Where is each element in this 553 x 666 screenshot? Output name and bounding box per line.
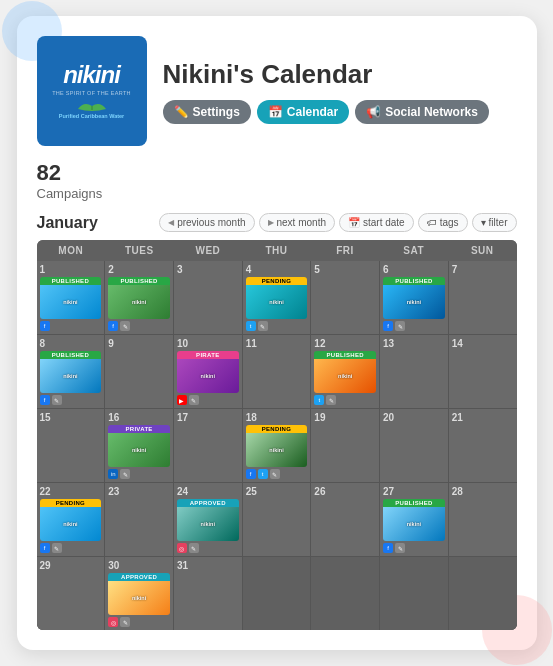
post-card[interactable]: publishednikini <box>40 351 102 393</box>
post-card[interactable]: approvednikini <box>177 499 239 541</box>
calendar-cell[interactable]: 20 <box>380 409 448 482</box>
calendar-cell[interactable]: 7 <box>449 261 517 334</box>
calendar-cell[interactable]: 12publishednikinit✎ <box>311 335 379 408</box>
post-card[interactable]: privatenikini <box>108 425 170 467</box>
edit-icon[interactable]: ✎ <box>395 543 405 553</box>
calendar-cell[interactable]: 11 <box>243 335 311 408</box>
edit-icon[interactable]: ✎ <box>120 321 130 331</box>
calendar-cell[interactable]: 1publishednikinif <box>37 261 105 334</box>
calendar-cell[interactable]: 5 <box>311 261 379 334</box>
post-title-text: nikini <box>62 372 78 380</box>
next-month-button[interactable]: ▶ next month <box>259 213 335 232</box>
post-social-icons: in✎ <box>108 469 170 479</box>
cell-date: 23 <box>108 486 170 497</box>
calendar-cell[interactable]: 10piratenikini▶✎ <box>174 335 242 408</box>
calendar-cell <box>449 557 517 630</box>
calendar-cell[interactable]: 2publishednikinif✎ <box>105 261 173 334</box>
calendar-cell[interactable]: 18pendingnikinift✎ <box>243 409 311 482</box>
calendar-small-icon: 📅 <box>348 217 360 228</box>
post-card[interactable]: pendingnikini <box>246 277 308 319</box>
prev-month-button[interactable]: ◀ previous month <box>159 213 254 232</box>
tag-icon: 🏷 <box>427 217 437 228</box>
calendar-cell[interactable]: 25 <box>243 483 311 556</box>
edit-icon[interactable]: ✎ <box>270 469 280 479</box>
cell-date: 15 <box>40 412 102 423</box>
settings-button[interactable]: ✏️ Settings <box>163 100 251 124</box>
post-status-badge: private <box>108 425 170 433</box>
calendar-cell[interactable]: 19 <box>311 409 379 482</box>
calendar-grid: MON TUES WED THU FRI SAT SUN 1publishedn… <box>37 240 517 630</box>
day-mon: MON <box>37 240 106 261</box>
facebook-icon: f <box>40 395 50 405</box>
edit-icon[interactable]: ✎ <box>120 617 130 627</box>
calendar-cell[interactable]: 22pendingnikinif✎ <box>37 483 105 556</box>
cell-date: 1 <box>40 264 102 275</box>
cell-date: 13 <box>383 338 445 349</box>
post-social-icons: t✎ <box>314 395 376 405</box>
post-card[interactable]: publishednikini <box>40 277 102 319</box>
campaigns-count: 82 <box>37 160 517 186</box>
edit-icon[interactable]: ✎ <box>258 321 268 331</box>
calendar-cell[interactable]: 27publishednikinif✎ <box>380 483 448 556</box>
cell-date: 17 <box>177 412 239 423</box>
calendar-cell[interactable]: 24approvednikini◎✎ <box>174 483 242 556</box>
calendar-cell[interactable]: 8publishednikinif✎ <box>37 335 105 408</box>
cell-date: 22 <box>40 486 102 497</box>
post-social-icons: ft✎ <box>246 469 308 479</box>
calendar-cell[interactable]: 3 <box>174 261 242 334</box>
post-image: nikini <box>40 507 102 541</box>
post-social-icons: ◎✎ <box>177 543 239 553</box>
edit-icon[interactable]: ✎ <box>326 395 336 405</box>
edit-icon[interactable]: ✎ <box>189 543 199 553</box>
calendar-button[interactable]: 📅 Calendar <box>257 100 349 124</box>
social-networks-button[interactable]: 📢 Social Networks <box>355 100 489 124</box>
edit-icon[interactable]: ✎ <box>189 395 199 405</box>
post-social-icons: ◎✎ <box>108 617 170 627</box>
calendar-cell[interactable]: 14 <box>449 335 517 408</box>
calendar-cell[interactable]: 17 <box>174 409 242 482</box>
post-card[interactable]: publishednikini <box>314 351 376 393</box>
calendar-cell[interactable]: 26 <box>311 483 379 556</box>
calendar-cell[interactable]: 6publishednikinif✎ <box>380 261 448 334</box>
start-date-button[interactable]: 📅 start date <box>339 213 414 232</box>
edit-icon[interactable]: ✎ <box>52 395 62 405</box>
calendar-cell[interactable]: 30approvednikini◎✎ <box>105 557 173 630</box>
post-image: nikini <box>383 285 445 319</box>
month-label: January <box>37 214 98 232</box>
calendar-cell[interactable]: 23 <box>105 483 173 556</box>
twitter-icon: t <box>246 321 256 331</box>
calendar-cell[interactable]: 21 <box>449 409 517 482</box>
youtube-icon: ▶ <box>177 395 187 405</box>
post-card[interactable]: approvednikini <box>108 573 170 615</box>
cell-date: 3 <box>177 264 239 275</box>
calendar-cell[interactable]: 4pendingnikinit✎ <box>243 261 311 334</box>
cell-date: 2 <box>108 264 170 275</box>
post-card[interactable]: publishednikini <box>108 277 170 319</box>
post-card[interactable]: pendingnikini <box>40 499 102 541</box>
post-card[interactable]: publishednikini <box>383 499 445 541</box>
calendar-cell[interactable]: 31 <box>174 557 242 630</box>
post-social-icons: t✎ <box>246 321 308 331</box>
header-row: nikini THE SPIRIT OF THE EARTH Purified … <box>37 36 517 146</box>
calendar-days-header: MON TUES WED THU FRI SAT SUN <box>37 240 517 261</box>
calendar-cell[interactable]: 28 <box>449 483 517 556</box>
tags-button[interactable]: 🏷 tags <box>418 213 468 232</box>
logo-sub: Purified Caribbean Water <box>59 113 125 119</box>
filter-button[interactable]: ▾ filter <box>472 213 517 232</box>
edit-icon[interactable]: ✎ <box>395 321 405 331</box>
calendar-cell[interactable]: 13 <box>380 335 448 408</box>
day-tues: TUES <box>105 240 174 261</box>
calendar-cell[interactable]: 9 <box>105 335 173 408</box>
calendar-cell[interactable]: 29 <box>37 557 105 630</box>
post-card[interactable]: pendingnikini <box>246 425 308 467</box>
calendar-cell[interactable]: 16privatenikiniin✎ <box>105 409 173 482</box>
post-social-icons: f✎ <box>383 321 445 331</box>
calendar-cell[interactable]: 15 <box>37 409 105 482</box>
post-image: nikini <box>40 285 102 319</box>
post-card[interactable]: piratenikini <box>177 351 239 393</box>
post-card[interactable]: publishednikini <box>383 277 445 319</box>
edit-icon[interactable]: ✎ <box>52 543 62 553</box>
logo-brand-name: nikini <box>63 63 120 87</box>
post-image: nikini <box>246 285 308 319</box>
edit-icon[interactable]: ✎ <box>120 469 130 479</box>
